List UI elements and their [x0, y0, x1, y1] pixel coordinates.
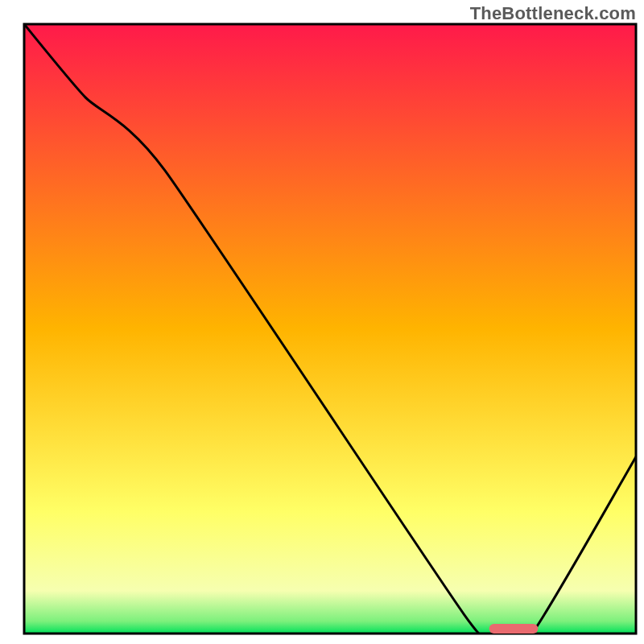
svg-rect-1 — [24, 24, 636, 634]
optimal-marker — [489, 624, 539, 634]
watermark-text: TheBottleneck.com — [470, 3, 636, 24]
chart-container: TheBottleneck.com — [0, 0, 644, 644]
bottleneck-chart — [0, 0, 644, 644]
